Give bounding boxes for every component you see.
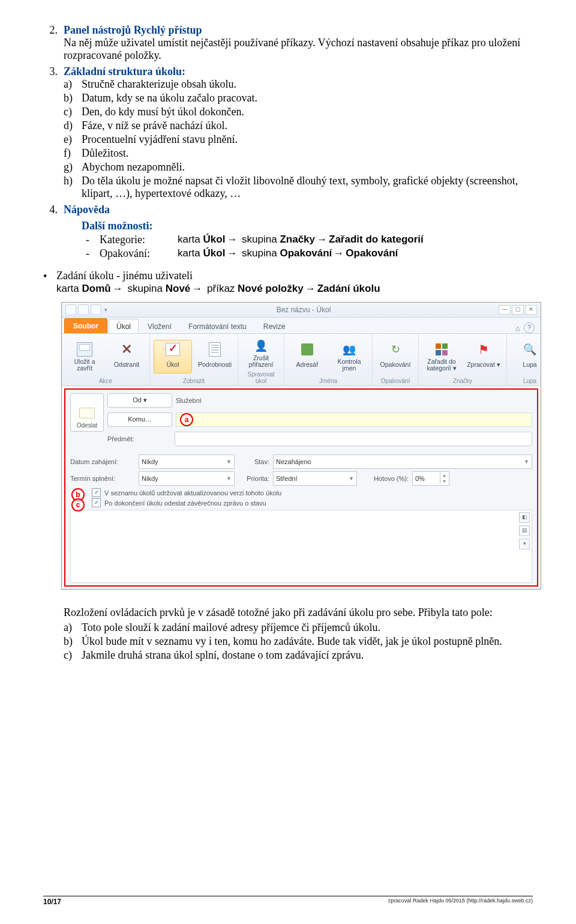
ukol-button[interactable]: Úkol [154,340,192,373]
opakovani-path: karta Úkol→ skupina Opakování→Opakování [178,247,398,260]
kategorie-label: Kategorie: [100,234,172,246]
delete-button[interactable]: ✕ Odstranit [107,340,146,373]
page-number: 10/17 [43,898,61,906]
after-p1: Rozložení ovládacích prvků je v zásadě t… [64,606,533,619]
opakovani-button[interactable]: ↻ Opakování [376,340,415,373]
tab-revize[interactable]: Revize [256,319,293,333]
kategorie-path: karta Úkol→ skupina Značky→Zařadit do ka… [178,234,424,246]
splneni-combo[interactable]: Nikdy▼ [139,471,235,486]
zadani-path: karta Domů→ skupina Nové→ příkaz Nové po… [56,283,533,295]
qat-more-icon[interactable]: ▾ [103,307,109,313]
kontrola-jmen-button[interactable]: 👥 Kontrola jmen [330,340,368,373]
help-icon[interactable]: ? [524,322,535,333]
chk2-label: Po dokončení úkolu odeslat závěrečnou zp… [104,500,266,507]
tab-formatovani[interactable]: Formátování textu [181,319,254,333]
chk1-label: V seznamu úkolů udržovat aktualizovanou … [104,489,281,497]
body-textarea[interactable]: ◧ ▤ ▾ [70,510,532,583]
zadani-title: Zadání úkolu - jinému uživateli [56,270,193,283]
heading-napoveda: Nápověda [64,204,110,216]
item-3g: Abychom nezapomněli. [82,161,185,174]
dalsi-moznosti: Další možnosti: [82,220,533,232]
lupa-button[interactable]: 🔍 Lupa [511,340,549,373]
priorita-label: Priorita: [238,475,269,482]
send-button[interactable]: Odeslat [70,393,104,432]
window-title: Bez názvu - Úkol [109,306,499,314]
item-3a: Stručně charakterizuje obsah úkolu. [82,78,236,91]
hotovo-label: Hotovo (%): [361,475,409,482]
heading-panel: Panel nástrojů Rychlý přístup [64,24,202,37]
komu-input[interactable]: a [176,412,532,427]
tab-soubor[interactable]: Soubor [64,318,107,333]
stav-label: Stav: [238,458,269,465]
chk-aktualizovat[interactable]: ✓ [92,488,101,497]
envelope-icon [79,408,95,418]
od-button[interactable]: Od ▾ [107,393,172,408]
after-b: Úkol bude mít v seznamu vy i ten, komu h… [82,635,533,648]
close-button[interactable]: ✕ [525,305,537,315]
item-3e: Procentuelní vyjádření stavu plnění. [82,133,238,146]
after-a: Toto pole slouží k zadání mailové adresy… [82,621,533,634]
outlook-window: ▾ Bez názvu - Úkol — ▢ ✕ Soubor Úkol Vlo… [61,302,541,590]
item-3h: Do těla úkolu je možné napsat či vložit … [82,175,533,200]
adresar-button[interactable]: Adresář [288,340,326,373]
side-icon-1[interactable]: ◧ [519,512,530,523]
callout-a: a [180,413,193,426]
qat-save-icon[interactable] [65,304,76,315]
item-3f: Důležitost. [82,147,129,160]
priorita-combo[interactable]: Střední▼ [273,471,357,486]
zahajeni-combo[interactable]: Nikdy▼ [139,454,235,469]
item-3c: Den, do kdy musí být úkol dokončen. [82,106,244,118]
zahajeni-label: Datum zahájení: [70,458,135,465]
group-jmena-label: Jména [288,376,368,384]
predmet-input[interactable] [175,432,532,446]
group-spravovat-label: Spravovat úkol [242,370,280,384]
callout-c: c [71,498,85,512]
group-akce-label: Akce [65,376,146,384]
qat-undo-icon[interactable] [78,304,89,315]
save-close-button[interactable]: Uložit a zavřít [65,340,104,373]
od-value: Služební [176,397,202,404]
podrobnosti-button[interactable]: Podrobnosti [196,340,234,373]
sec2-para: Na něj může uživatel umístit nejčastěji … [64,37,533,62]
qat-redo-icon[interactable] [91,304,101,315]
group-opakovani-label: Opakování [376,376,415,384]
maximize-button[interactable]: ▢ [512,305,524,315]
item-3d: Fáze, v níž se právě nachází úkol. [82,119,227,132]
hotovo-spinner[interactable]: 0%▲▼ [412,471,449,486]
side-icon-3[interactable]: ▾ [519,539,530,549]
group-lupa-label: Lupa [511,376,549,384]
opakovani-label: Opakování: [100,247,172,260]
stav-combo[interactable]: Nezahájeno▼ [273,454,532,469]
komu-button[interactable]: Komu… [107,412,172,427]
item-3b: Datum, kdy se na úkolu začalo pracovat. [82,92,257,104]
chk-zprava[interactable]: ✓ [92,498,101,507]
predmet-label: Předmět: [107,435,171,442]
group-zobrazit-label: Zobrazit [154,376,234,384]
splneni-label: Termín splnění: [70,475,135,482]
zrusit-prirazeni-button[interactable]: 👤 Zrušit přiřazení [242,336,280,370]
after-c: Jakmile druhá strana úkol splní, dostane… [82,649,533,662]
ribbon-collapse-icon[interactable]: △ [515,325,520,331]
tab-vlozeni[interactable]: Vložení [140,319,179,333]
footer-source: zpracoval Radek Hajdu 05/2015 (http://ra… [388,898,533,906]
heading-struktura: Základní struktura úkolu: [64,65,185,78]
tab-ukol[interactable]: Úkol [109,319,139,333]
minimize-button[interactable]: — [499,305,511,315]
group-znacky-label: Značky [422,376,503,384]
side-icon-2[interactable]: ▤ [519,525,530,536]
zaradit-kategorii-button[interactable]: Zařadit do kategorií ▾ [422,340,461,373]
zpracovat-button[interactable]: ⚑ Zpracovat ▾ [464,340,503,373]
